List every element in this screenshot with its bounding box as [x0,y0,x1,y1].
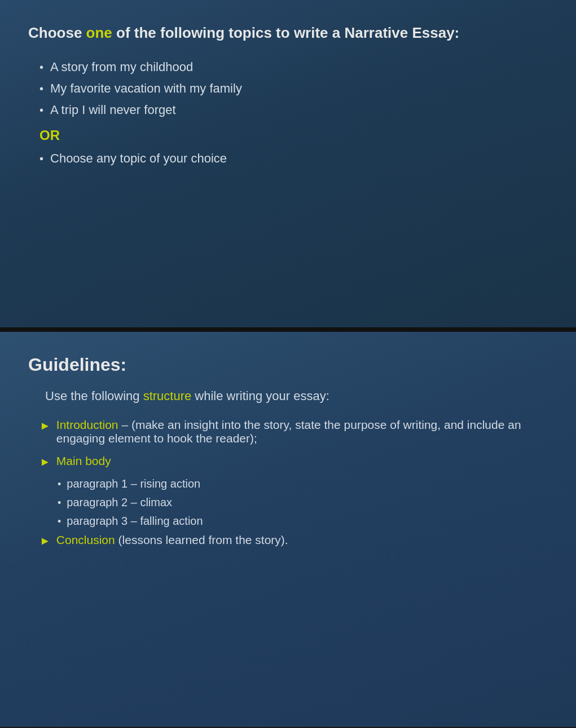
slide-bottom: Guidelines: Use the following structure … [0,332,576,727]
list-item: paragraph 3 – falling action [58,515,548,528]
list-item: A story from my childhood [39,60,548,74]
arrow-right-icon: ► [39,419,51,432]
list-item: paragraph 1 – rising action [58,477,548,490]
list-item: paragraph 2 – climax [58,496,548,509]
intro-part2: while writing your essay: [191,389,329,403]
guidelines-intro: Use the following structure while writin… [45,389,548,404]
arrow-right-icon-3: ► [39,534,51,547]
or-label: OR [39,128,548,143]
slide-separator [0,327,576,332]
conclusion-label: Conclusion [56,533,115,546]
list-item: A trip I will never forget [39,103,548,117]
top-heading: Choose one of the following topics to wr… [28,23,548,43]
conclusion-text: (lessons learned from the story). [115,533,288,546]
guidelines-arrow-list: ► Introduction – (make an insight into t… [39,418,548,547]
sub-bullet-list: paragraph 1 – rising action paragraph 2 … [58,477,548,528]
heading-part1: Choose [28,24,86,41]
arrow-item-introduction: ► Introduction – (make an insight into t… [39,418,548,445]
conclusion-content: Conclusion (lessons learned from the sto… [56,533,288,547]
heading-highlight: one [86,24,112,41]
arrow-right-icon-2: ► [39,455,51,468]
topic-bullet-list: A story from my childhood My favorite va… [39,60,548,117]
intro-highlight: structure [143,389,192,403]
slide-top: Choose one of the following topics to wr… [0,0,576,327]
heading-part2: of the following topics to write a Narra… [112,24,459,41]
introduction-label: Introduction [56,418,118,431]
guidelines-title: Guidelines: [28,354,548,375]
arrow-item-main-body: ► Main body [39,454,548,468]
arrow-item-content: Introduction – (make an insight into the… [56,418,548,445]
extra-bullet-list: Choose any topic of your choice [39,151,548,166]
list-item: My favorite vacation with my family [39,81,548,96]
arrow-item-conclusion: ► Conclusion (lessons learned from the s… [39,533,548,547]
list-item: Choose any topic of your choice [39,151,548,166]
main-body-label: Main body [56,454,111,468]
intro-part1: Use the following [45,389,143,403]
introduction-text: – (make an insight into the story, state… [56,418,521,445]
